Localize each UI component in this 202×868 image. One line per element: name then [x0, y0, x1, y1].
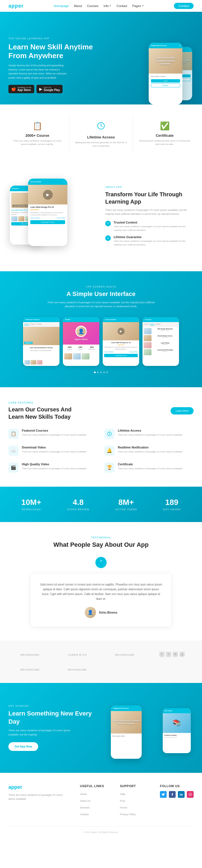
nav-contact-button[interactable]: Contact: [174, 3, 194, 9]
cta-section: GET STARTED Learn Something New Every Da…: [0, 683, 202, 773]
footer-brand: apper There are many variations of passa…: [8, 784, 71, 818]
brand-1-name: Brandname: [21, 653, 40, 656]
brand-social-icons: f t in g: [153, 652, 191, 657]
lifetime-check-icon: ✓: [107, 237, 109, 240]
stats-section: 10M+ DOWNLOADS 4.8 STARS REVIEW 8M+ ACTI…: [0, 487, 202, 522]
hero-text: TOP ONLINE LEARNING APP Learn New Skill …: [8, 37, 101, 104]
feat-featured-courses: 📋 Featured Courses There are many variat…: [8, 429, 98, 439]
core-features-section: CORE FEATURES Learn Our Courses And Lear…: [0, 387, 202, 487]
feat-featured-courses-title: Featured Courses: [22, 429, 87, 432]
screens-pagination: [8, 372, 194, 373]
nav-logo: apper: [8, 3, 24, 9]
author-avatar: 👤: [85, 607, 96, 618]
about-feature-trusted: ✓ Trusted Content There are many variati…: [105, 221, 194, 232]
nav-dropdown-pages[interactable]: Pages: [132, 4, 144, 8]
cta-phone-main: Suggested Courses Learn from Best Course…: [111, 705, 142, 759]
brand-1: Brandname: [8, 649, 52, 660]
feat-certificate-desc: There are many variations of passages of…: [118, 467, 183, 470]
stat-stars: 4.8 STARS REVIEW: [67, 498, 89, 511]
about-feature-lifetime: ✓ Lifetime Guarantee There are many vari…: [105, 235, 194, 247]
googleplay-button[interactable]: ▶ Get it on Google Play: [36, 85, 63, 93]
footer-link-home[interactable]: Home: [80, 791, 112, 796]
nav-link-about[interactable]: About: [74, 4, 82, 8]
footer-bottom: © 2021 Apper. All Rights Reserved.: [8, 827, 194, 833]
nav-link-contact[interactable]: Contact: [116, 4, 127, 8]
about-title: Transform Your Life Through Learning App: [105, 191, 194, 205]
googleplay-pre: Get it on: [44, 87, 60, 89]
hero-tag: TOP ONLINE LEARNING APP: [8, 37, 101, 40]
testimonial-author: 👤 Kirtu Bivens: [39, 607, 163, 618]
appstore-button[interactable]: 🍎 Available on the App Store: [8, 85, 34, 93]
about-phone-2: Course Detail ← ▶ Learn Web Design Pro U…: [28, 179, 67, 246]
feature-access-desc: Making this the first true generator on …: [73, 141, 129, 148]
footer-twitter-icon[interactable]: [160, 791, 167, 798]
footer-link-help[interactable]: Help: [120, 791, 152, 796]
footer-instagram-icon[interactable]: [187, 791, 194, 798]
screens-tag: APP SCREEN SHOTS: [8, 285, 194, 288]
stat-stars-label: STARS REVIEW: [67, 508, 89, 511]
dot-3[interactable]: [100, 372, 102, 373]
cta-button[interactable]: Get App Now: [8, 742, 38, 751]
footer-link-faq[interactable]: FAQ: [120, 798, 152, 803]
social-icon-4[interactable]: g: [179, 652, 184, 657]
footer-link-about[interactable]: About Us: [80, 798, 112, 803]
screens-section: APP SCREEN SHOTS A Simple User Interface…: [0, 271, 202, 387]
nav-link-info[interactable]: Info: [104, 4, 108, 8]
trusted-title: Trusted Content: [114, 221, 194, 224]
footer-support-title: SUPPORT: [120, 784, 152, 788]
learn-more-button[interactable]: Learn More: [171, 407, 194, 414]
nav-link-pages[interactable]: Pages: [132, 4, 141, 8]
footer-social-title: FOLLOW US: [160, 784, 194, 788]
features-grid: 📋 Featured Courses There are many variat…: [8, 429, 194, 473]
core-features-header: CORE FEATURES Learn Our Courses And Lear…: [8, 401, 194, 421]
about-tag: ABOUT APP: [105, 186, 194, 188]
lifetime-desc: There are many variations of passages of…: [114, 240, 194, 247]
social-icon-3[interactable]: in: [173, 652, 178, 657]
screens-description: There are many variations of passages of…: [45, 301, 157, 309]
footer-useful-links: USEFUL LINKS Home About Us Services Cont…: [80, 784, 112, 818]
svg-point-2: [180, 793, 180, 794]
feature-certificate-desc: Received and certified by best tutors in…: [137, 139, 192, 146]
appstore-pre: Available on the: [18, 87, 31, 89]
footer-linkedin-icon[interactable]: [178, 791, 184, 798]
brands-grid: Brandname Lorem m co Brandname f t in g …: [8, 649, 194, 675]
social-icon-1[interactable]: f: [159, 652, 164, 657]
dot-1[interactable]: [94, 372, 96, 373]
access-icon: [73, 121, 129, 132]
dot-5[interactable]: [106, 372, 108, 373]
feat-lifetime-access: Lifetime Access There are many variation…: [104, 429, 194, 439]
dot-4[interactable]: [103, 372, 105, 373]
about-section: Courses General Popular Learn Web Design…: [0, 164, 202, 271]
stat-downloads: 10M+ DOWNLOADS: [21, 498, 41, 511]
cta-description: There are many variations of passages of…: [8, 728, 78, 737]
social-icon-2[interactable]: t: [166, 652, 171, 657]
feature-certificate: ✅ Certificate Received and certified by …: [133, 116, 196, 153]
brand-4: Brandname: [8, 664, 52, 675]
footer-link-forum[interactable]: Forum: [120, 805, 152, 810]
brand-3: Brandname: [103, 649, 146, 660]
featured-courses-icon: 📋: [8, 429, 19, 439]
footer-link-privacy[interactable]: Privacy Policy: [120, 811, 152, 816]
nav-link-homepage[interactable]: Homepage: [54, 4, 69, 8]
features-row: 📋 2000+ Course There are many variations…: [0, 104, 202, 164]
author-name: Kirtu Bivens: [99, 611, 117, 614]
footer-link-contact[interactable]: Contact: [80, 811, 112, 816]
stat-users-num: 8M+: [115, 498, 137, 507]
lifetime-access-icon: [104, 429, 114, 439]
footer: apper There are many variations of passa…: [0, 773, 202, 839]
screen-course-detail: Course Detail ▶ Learn Web Design for UI …: [103, 317, 139, 366]
realtime-notif-icon: 🔔: [104, 446, 114, 456]
footer-facebook-icon[interactable]: [169, 791, 176, 798]
brand-5-name: Brandname: [68, 668, 87, 671]
cta-phone-secondary: My Courses 📚 Continue Learning Pick up w…: [163, 708, 191, 753]
footer-support: SUPPORT Help FAQ Forum Privacy Policy: [120, 784, 152, 818]
googleplay-name: Google Play: [44, 89, 60, 92]
store-buttons: 🍎 Available on the App Store ▶ Get it on…: [8, 85, 101, 93]
feature-certificate-title: Certificate: [137, 133, 192, 137]
footer-link-services[interactable]: Services: [80, 805, 112, 810]
stat-awards: 189 GOT AWARD: [163, 498, 181, 511]
nav-dropdown-info[interactable]: Info: [104, 4, 111, 8]
nav-link-courses[interactable]: Courses: [87, 4, 98, 8]
dot-2[interactable]: [97, 372, 99, 373]
download-video-icon: ☁️: [8, 446, 19, 456]
